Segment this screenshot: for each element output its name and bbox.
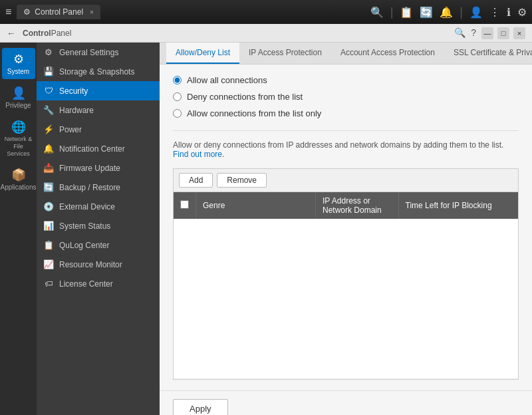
system-status-label: System Status: [59, 221, 110, 231]
back-button[interactable]: ←: [7, 28, 16, 39]
bell-icon[interactable]: 🔔: [440, 6, 453, 19]
more-icon[interactable]: ⋮: [489, 6, 500, 19]
system-label: System: [7, 68, 29, 75]
checkbox-header: [174, 192, 196, 219]
radio-deny-list[interactable]: Deny connections from the list: [173, 92, 519, 102]
tab-gear-icon: ⚙: [23, 7, 31, 17]
storage-label: Storage & Snapshots: [59, 67, 134, 76]
power-icon: ⚡: [43, 124, 54, 134]
nav-hardware[interactable]: 🔧 Hardware: [37, 100, 160, 120]
separator-2: |: [460, 5, 463, 19]
radio-deny-list-input[interactable]: [173, 92, 182, 101]
qulog-icon: 📋: [43, 240, 54, 250]
firmware-icon: 📥: [43, 163, 54, 173]
nav-firmware-update[interactable]: 📥 Firmware Update: [37, 158, 160, 178]
ip-domain-header: IP Address or Network Domain: [316, 192, 399, 219]
network-label: Network &File Services: [3, 136, 34, 157]
applications-label: Applications: [1, 184, 37, 191]
tab-account-access[interactable]: Account Access Protection: [331, 43, 444, 64]
sidebar-item-applications[interactable]: 📦 Applications: [2, 164, 35, 195]
external-label: External Device: [59, 202, 115, 211]
hardware-icon: 🔧: [43, 105, 54, 115]
find-out-more-link[interactable]: Find out more.: [173, 150, 224, 159]
separator-1: |: [390, 5, 394, 19]
sidebar-item-privilege[interactable]: 👤 Privilege: [2, 82, 35, 113]
allow-deny-table: Genre IP Address or Network Domain Time …: [174, 192, 518, 379]
radio-allow-all[interactable]: Allow all connections: [173, 75, 519, 85]
settings-icon[interactable]: ⚙: [517, 6, 527, 19]
sync-icon[interactable]: 🔄: [420, 6, 433, 19]
radio-allow-all-input[interactable]: [173, 76, 182, 84]
system-icon: ⚙: [13, 52, 24, 67]
general-settings-label: General Settings: [59, 48, 118, 57]
maximize-button[interactable]: □: [497, 27, 509, 39]
user-icon[interactable]: 👤: [469, 6, 483, 19]
table-toolbar: Add Remove: [174, 169, 518, 192]
license-icon: 🏷: [43, 279, 54, 289]
taskbar: ≡ ⚙ Control Panel × 🔍 | 📋 🔄 🔔 | 👤 ⋮ ℹ ⚙: [0, 0, 532, 24]
nav-storage-snapshots[interactable]: 💾 Storage & Snapshots: [37, 62, 160, 81]
files-icon[interactable]: 📋: [400, 6, 413, 19]
taskbar-tab[interactable]: ⚙ Control Panel ×: [17, 5, 100, 19]
resource-label: Resource Monitor: [59, 260, 122, 269]
titlebar-right: 🔍 ? — □ ×: [454, 27, 525, 39]
add-button[interactable]: Add: [179, 173, 213, 188]
notification-label: Notification Center: [59, 144, 125, 154]
sidebar-item-system[interactable]: ⚙ System: [2, 48, 35, 79]
menu-icon[interactable]: ≡: [5, 6, 11, 18]
nav-backup-restore[interactable]: 🔄 Backup / Restore: [37, 178, 160, 197]
titlebar-search-icon[interactable]: 🔍: [454, 27, 466, 39]
title-normal: Panel: [51, 29, 72, 38]
info-text: Allow or deny connections from IP addres…: [173, 140, 519, 159]
nav-power[interactable]: ⚡ Power: [37, 120, 160, 139]
general-settings-icon: ⚙: [43, 47, 54, 57]
title-bold: Control: [23, 29, 51, 38]
status-icon: 📊: [43, 221, 54, 231]
app-title-label: ControlPanel: [23, 29, 71, 38]
nav-notification-center[interactable]: 🔔 Notification Center: [37, 139, 160, 158]
nav-system-status[interactable]: 📊 System Status: [37, 216, 160, 235]
nav-qulog-center[interactable]: 📋 QuLog Center: [37, 235, 160, 255]
tab-label: Control Panel: [35, 7, 83, 17]
security-icon: 🛡: [43, 86, 54, 96]
network-icon: 🌐: [11, 120, 26, 134]
radio-deny-list-label: Deny connections from the list: [187, 92, 303, 102]
radio-allow-list-label: Allow connections from the list only: [187, 108, 321, 118]
close-button[interactable]: ×: [513, 27, 525, 39]
info-icon[interactable]: ℹ: [507, 6, 511, 19]
tab-allow-deny[interactable]: Allow/Deny List: [166, 43, 239, 64]
time-left-header: Time Left for IP Blocking: [398, 192, 518, 219]
firmware-label: Firmware Update: [59, 164, 120, 173]
nav-security[interactable]: 🛡 Security: [37, 81, 160, 100]
titlebar-help-icon[interactable]: ?: [471, 27, 476, 39]
tab-content: Allow all connections Deny connections f…: [160, 65, 532, 390]
select-all-checkbox[interactable]: [180, 200, 189, 209]
nav-license-center[interactable]: 🏷 License Center: [37, 274, 160, 293]
remove-button[interactable]: Remove: [217, 173, 267, 188]
radio-allow-list-input[interactable]: [173, 109, 182, 118]
genre-header: Genre: [196, 192, 316, 219]
tab-ssl-cert[interactable]: SSL Certificate & Private Key: [444, 43, 532, 64]
titlebar: ← ControlPanel 🔍 ? — □ ×: [0, 24, 532, 43]
privilege-icon: 👤: [11, 86, 26, 100]
backup-icon: 🔄: [43, 182, 54, 192]
minimize-button[interactable]: —: [481, 27, 493, 39]
qulog-label: QuLog Center: [59, 241, 109, 250]
nav-external-device[interactable]: 💿 External Device: [37, 197, 160, 216]
search-icon[interactable]: 🔍: [370, 6, 384, 19]
tab-close-icon[interactable]: ×: [90, 9, 94, 16]
license-label: License Center: [59, 279, 113, 289]
sidebar-item-network[interactable]: 🌐 Network &File Services: [2, 116, 35, 161]
radio-allow-list[interactable]: Allow connections from the list only: [173, 108, 519, 118]
content-area: Allow/Deny List IP Access Protection Acc…: [160, 43, 532, 415]
tab-ip-access[interactable]: IP Access Protection: [239, 43, 331, 64]
connection-radio-group: Allow all connections Deny connections f…: [173, 75, 519, 118]
apply-button[interactable]: Apply: [173, 399, 228, 416]
tabs-bar: Allow/Deny List IP Access Protection Acc…: [160, 43, 532, 65]
nav-general-settings[interactable]: ⚙ General Settings: [37, 43, 160, 62]
empty-table-row: [174, 219, 518, 378]
info-text-content: Allow or deny connections from IP addres…: [173, 140, 503, 150]
table-container: Add Remove Genre IP Address or Network D…: [173, 168, 519, 380]
hardware-label: Hardware: [59, 106, 94, 115]
nav-resource-monitor[interactable]: 📈 Resource Monitor: [37, 255, 160, 274]
